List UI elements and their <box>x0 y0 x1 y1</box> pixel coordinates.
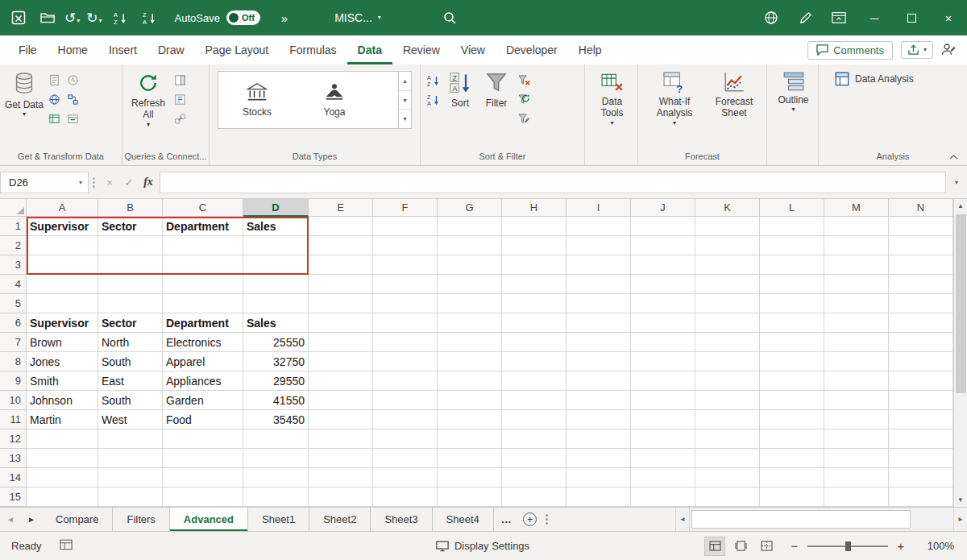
cell-F2[interactable] <box>373 236 438 255</box>
sheet-nav-prev-button[interactable]: ◄ <box>0 508 21 531</box>
collapse-ribbon-button[interactable] <box>946 151 961 162</box>
row-header-9[interactable]: 9 <box>0 371 27 391</box>
forecast-sheet-button[interactable]: Forecast Sheet <box>708 67 761 147</box>
cell-H1[interactable] <box>502 217 567 236</box>
row-header-2[interactable]: 2 <box>0 236 27 255</box>
tab-developer[interactable]: Developer <box>496 35 568 64</box>
macro-record-icon[interactable] <box>60 539 73 553</box>
cell-M12[interactable] <box>824 429 889 449</box>
refresh-all-button[interactable]: Refresh All ▾ <box>126 67 171 147</box>
queries-connections-icon[interactable] <box>173 73 187 87</box>
cell-C15[interactable] <box>163 487 243 507</box>
cell-M10[interactable] <box>824 391 889 410</box>
cell-N7[interactable] <box>889 333 953 352</box>
cell-L11[interactable] <box>760 410 824 429</box>
sheet-tab-compare[interactable]: Compare <box>42 508 113 531</box>
cell-B15[interactable] <box>98 487 163 507</box>
sheet-nav-next-button[interactable]: ► <box>21 508 42 531</box>
cell-A9[interactable]: Smith <box>27 371 98 391</box>
cell-L5[interactable] <box>760 294 824 313</box>
cell-C8[interactable]: Apparel <box>163 352 243 371</box>
column-header-I[interactable]: I <box>567 199 631 217</box>
zoom-out-button[interactable]: − <box>790 539 799 553</box>
cell-N10[interactable] <box>889 391 953 410</box>
cell-H3[interactable] <box>502 255 567 275</box>
scroll-up-button[interactable]: ▲ <box>954 199 967 213</box>
cell-J8[interactable] <box>631 352 695 371</box>
cell-F9[interactable] <box>373 371 438 391</box>
cell-D4[interactable] <box>243 275 309 294</box>
row-header-7[interactable]: 7 <box>0 333 27 352</box>
yoga-button[interactable]: Yoga <box>296 72 373 128</box>
cell-D1[interactable]: Sales <box>243 217 309 236</box>
row-header-15[interactable]: 15 <box>0 487 27 507</box>
tab-insert[interactable]: Insert <box>98 35 147 64</box>
cell-H5[interactable] <box>502 294 567 313</box>
cell-E14[interactable] <box>309 468 373 487</box>
cell-L4[interactable] <box>760 275 824 294</box>
cell-E10[interactable] <box>309 391 373 410</box>
cell-E15[interactable] <box>309 487 373 507</box>
column-header-E[interactable]: E <box>309 199 373 217</box>
cell-C6[interactable]: Department <box>163 313 243 333</box>
sort-descending-icon[interactable]: ZA <box>139 6 160 30</box>
cell-E8[interactable] <box>309 352 373 371</box>
gallery-more-button[interactable]: ▼ <box>399 110 411 128</box>
cell-K11[interactable] <box>695 410 760 429</box>
autosave-toggle[interactable]: AutoSave Off <box>175 10 260 25</box>
enter-button[interactable]: ✓ <box>119 172 139 193</box>
cell-B11[interactable]: West <box>98 410 163 429</box>
row-header-8[interactable]: 8 <box>0 352 27 371</box>
cell-G9[interactable] <box>438 371 502 391</box>
cell-M13[interactable] <box>824 449 889 468</box>
cell-H11[interactable] <box>502 410 567 429</box>
cell-D9[interactable]: 29550 <box>243 371 309 391</box>
cell-D10[interactable]: 41550 <box>243 391 309 410</box>
row-header-14[interactable]: 14 <box>0 468 27 487</box>
cell-B9[interactable]: East <box>98 371 163 391</box>
cell-A5[interactable] <box>27 294 98 313</box>
cell-H8[interactable] <box>502 352 567 371</box>
cell-F6[interactable] <box>373 313 438 333</box>
cell-M4[interactable] <box>824 275 889 294</box>
pen-icon[interactable] <box>788 0 822 35</box>
column-header-G[interactable]: G <box>438 199 502 217</box>
vertical-scroll-thumb[interactable] <box>956 214 966 393</box>
cell-G1[interactable] <box>438 217 502 236</box>
sort-a-to-z-button[interactable]: AZ <box>426 73 440 87</box>
cell-I2[interactable] <box>567 236 631 255</box>
scroll-right-button[interactable]: ► <box>953 508 967 531</box>
cell-I7[interactable] <box>567 333 631 352</box>
cell-J1[interactable] <box>631 217 695 236</box>
stocks-button[interactable]: Stocks <box>218 72 296 128</box>
cell-A8[interactable]: Jones <box>27 352 98 371</box>
cell-C5[interactable] <box>163 294 243 313</box>
cell-G13[interactable] <box>438 449 502 468</box>
cell-E2[interactable] <box>309 236 373 255</box>
cell-D5[interactable] <box>243 294 309 313</box>
cell-L8[interactable] <box>760 352 824 371</box>
formula-bar-splitter[interactable] <box>89 177 98 188</box>
existing-connections-icon[interactable] <box>66 93 80 106</box>
cell-B13[interactable] <box>98 449 163 468</box>
tab-home[interactable]: Home <box>48 35 98 64</box>
select-all-button[interactable] <box>0 199 27 217</box>
cell-L10[interactable] <box>760 391 824 410</box>
data-tools-button[interactable]: Data Tools ▾ <box>589 67 636 147</box>
cell-K1[interactable] <box>695 217 760 236</box>
cell-F8[interactable] <box>373 352 438 371</box>
chevron-down-icon[interactable]: ▾ <box>73 179 88 186</box>
cell-N12[interactable] <box>889 429 953 449</box>
cell-K3[interactable] <box>695 255 760 275</box>
minimize-button[interactable]: ─ <box>856 0 893 35</box>
formula-input[interactable] <box>160 172 946 193</box>
clear-filter-icon[interactable] <box>517 73 531 87</box>
cell-M14[interactable] <box>824 468 889 487</box>
cell-B12[interactable] <box>98 429 163 449</box>
cell-B8[interactable]: South <box>98 352 163 371</box>
cell-L13[interactable] <box>760 449 824 468</box>
row-header-13[interactable]: 13 <box>0 449 27 468</box>
cell-B1[interactable]: Sector <box>98 217 163 236</box>
cell-B14[interactable] <box>98 468 163 487</box>
user-icon[interactable] <box>941 43 956 58</box>
